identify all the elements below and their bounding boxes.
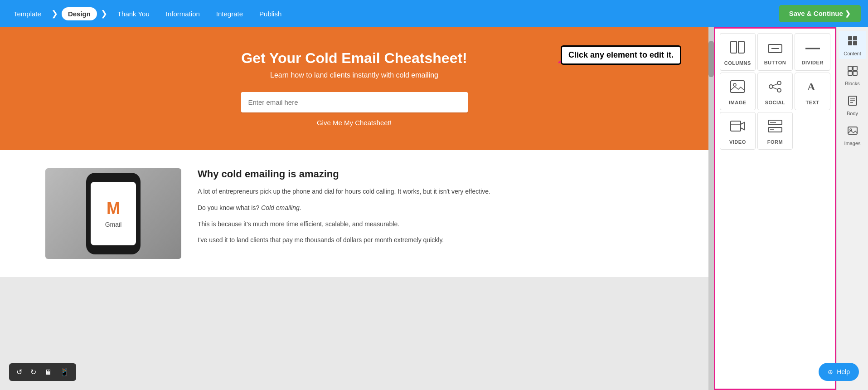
body-tab-label: Body [847, 111, 858, 116]
hero-subtitle: Learn how to land clients instantly with… [9, 71, 699, 79]
svg-point-8 [769, 85, 773, 88]
svg-line-11 [773, 84, 777, 86]
content-heading: Why cold emailing is amazing [198, 168, 663, 180]
click-hint-tooltip: Click any element to edit it. [561, 45, 681, 65]
svg-rect-26 [848, 71, 852, 75]
svg-rect-21 [853, 36, 857, 40]
image-label: IMAGE [729, 100, 747, 105]
cta-button[interactable]: Give Me My Cheatsheet! [241, 112, 468, 132]
main-layout: Get Your Cold Email Cheatsheet! Learn ho… [0, 27, 868, 390]
nav-arrow-2: ❯ [101, 9, 107, 19]
canvas-area: Get Your Cold Email Cheatsheet! Learn ho… [0, 27, 708, 390]
svg-point-10 [777, 88, 781, 92]
button-label: BUTTON [764, 60, 786, 65]
svg-rect-2 [738, 41, 744, 53]
element-text[interactable]: A TEXT [795, 73, 830, 110]
images-tab-label: Images [844, 141, 860, 146]
nav-thankyou[interactable]: Thank You [111, 7, 156, 20]
element-social[interactable]: SOCIAL [757, 73, 793, 110]
element-columns[interactable]: COLUMNS [720, 33, 756, 71]
svg-rect-6 [731, 81, 744, 93]
element-image[interactable]: IMAGE [720, 73, 756, 110]
nav-publish[interactable]: Publish [253, 7, 288, 20]
content-para-3: This is because it's much more time effi… [198, 219, 663, 230]
content-icon [847, 35, 858, 49]
undo-button[interactable]: ↺ [14, 366, 25, 378]
top-nav: Template ❯ Design ❯ Thank You Informatio… [0, 0, 868, 27]
images-icon [847, 125, 858, 139]
element-form[interactable]: FORM [757, 112, 793, 150]
gmail-m-letter: M [107, 199, 120, 218]
bottom-toolbar: ↺ ↻ 🖥 📱 [9, 363, 76, 381]
svg-rect-24 [848, 66, 852, 70]
svg-rect-22 [848, 41, 852, 45]
form-label: FORM [767, 139, 783, 145]
svg-rect-32 [848, 127, 857, 134]
divider-label: DIVIDER [802, 60, 824, 65]
side-tab-blocks[interactable]: Blocks [839, 61, 866, 89]
side-icons-panel: Content Blocks [836, 27, 868, 390]
nav-design[interactable]: Design [62, 7, 97, 20]
columns-label: COLUMNS [724, 60, 751, 66]
element-video[interactable]: VIDEO [720, 112, 756, 150]
form-icon [768, 120, 782, 136]
phone-mockup: M Gmail [86, 173, 141, 254]
video-label: VIDEO [729, 139, 746, 145]
save-continue-button[interactable]: Save & Continue ❯ [779, 5, 861, 22]
nav-template[interactable]: Template [7, 7, 48, 20]
svg-point-9 [777, 81, 781, 85]
divider-icon [805, 42, 820, 56]
mobile-view-button[interactable]: 📱 [57, 366, 72, 378]
nav-arrow-1: ❯ [51, 9, 58, 19]
blocks-icon [847, 65, 858, 79]
content-para-2: Do you know what is? Cold emailing. [198, 203, 663, 214]
svg-rect-27 [853, 71, 857, 75]
blocks-tab-label: Blocks [845, 81, 859, 86]
elements-panel: COLUMNS BUTTON DIVIDE [714, 27, 836, 390]
side-tab-body[interactable]: Body [839, 91, 866, 119]
svg-line-12 [773, 88, 777, 89]
redo-button[interactable]: ↻ [28, 366, 39, 378]
phone-screen: M Gmail [91, 182, 136, 245]
button-icon [768, 42, 782, 56]
canvas-scroll: Get Your Cold Email Cheatsheet! Learn ho… [0, 27, 708, 277]
image-icon [730, 80, 745, 96]
social-label: SOCIAL [765, 100, 786, 105]
content-para-1: A lot of entrepreneurs pick up the phone… [198, 186, 663, 197]
canvas-scrollbar[interactable] [708, 27, 714, 390]
nav-information[interactable]: Information [160, 7, 206, 20]
hero-section[interactable]: Get Your Cold Email Cheatsheet! Learn ho… [0, 27, 708, 150]
text-icon: A [805, 80, 820, 96]
svg-point-7 [733, 83, 736, 86]
desktop-view-button[interactable]: 🖥 [42, 366, 54, 378]
svg-rect-23 [853, 41, 857, 45]
content-section: M Gmail Why cold emailing is amazing A l… [0, 150, 708, 277]
svg-rect-25 [853, 66, 857, 70]
help-circle-icon: ⊕ [828, 368, 833, 375]
element-divider[interactable]: DIVIDER [795, 33, 830, 71]
video-icon [730, 120, 745, 136]
email-input[interactable] [241, 92, 468, 112]
text-label: TEXT [806, 100, 820, 105]
svg-rect-14 [731, 121, 741, 131]
columns-icon [730, 41, 745, 57]
scrollbar-thumb[interactable] [708, 41, 714, 77]
help-label: Help [837, 368, 850, 375]
social-icon [768, 80, 782, 96]
nav-integrate[interactable]: Integrate [210, 7, 249, 20]
gmail-label: Gmail [105, 221, 122, 228]
side-tab-content[interactable]: Content [839, 31, 866, 59]
content-tab-label: Content [844, 51, 861, 56]
right-sidebar: COLUMNS BUTTON DIVIDE [714, 27, 868, 390]
help-button[interactable]: ⊕ Help [819, 363, 859, 381]
body-icon [847, 95, 858, 109]
svg-text:A: A [807, 81, 815, 93]
gmail-image: M Gmail [45, 168, 181, 259]
content-para-4: I've used it to land clients that pay me… [198, 235, 663, 246]
svg-rect-20 [848, 36, 852, 40]
element-button[interactable]: BUTTON [757, 33, 793, 71]
side-tab-images[interactable]: Images [839, 121, 866, 149]
svg-rect-1 [731, 41, 737, 53]
content-text-block: Why cold emailing is amazing A lot of en… [198, 168, 663, 251]
